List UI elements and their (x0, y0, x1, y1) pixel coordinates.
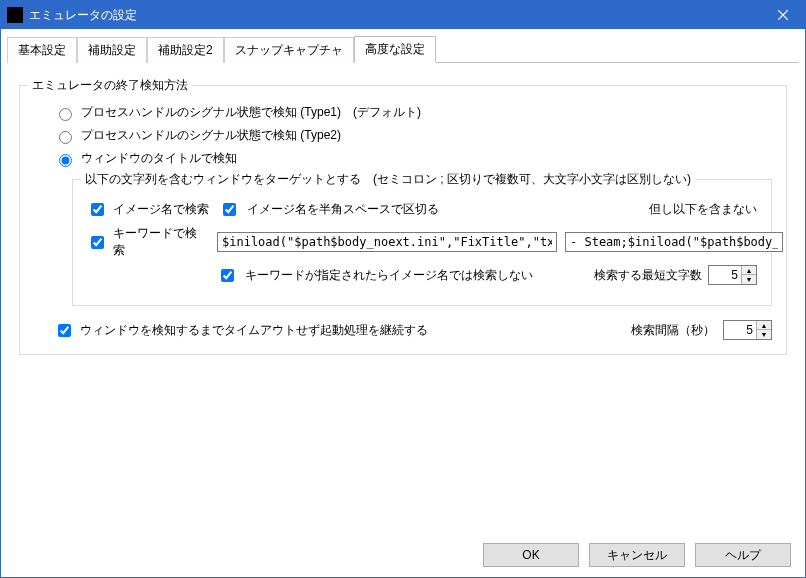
detection-legend: エミュレータの終了検知方法 (28, 77, 192, 94)
tab-advanced[interactable]: 高度な設定 (354, 36, 436, 63)
spinner-down-icon[interactable]: ▼ (742, 275, 756, 284)
interval-input[interactable] (724, 321, 756, 339)
keyword-input[interactable] (217, 232, 557, 252)
tab-strip: 基本設定 補助設定 補助設定2 スナップキャプチャ 高度な設定 (1, 29, 805, 62)
cancel-button[interactable]: キャンセル (589, 543, 685, 567)
checkbox-continue-until-detect[interactable] (58, 324, 71, 337)
app-icon (7, 7, 23, 23)
exclude-label: 但し以下を含まない (649, 201, 757, 218)
interval-spinner[interactable]: ▲ ▼ (723, 320, 772, 340)
tab-content: エミュレータの終了検知方法 プロセスハンドルのシグナル状態で検知 (Type1)… (1, 63, 805, 533)
button-bar: OK キャンセル ヘルプ (1, 533, 805, 577)
min-length-input[interactable] (709, 266, 741, 284)
checkbox-image-name-label[interactable]: イメージ名で検索 (113, 201, 209, 218)
target-string-legend: 以下の文字列を含むウィンドウをターゲットとする (セミコロン ; 区切りで複数可… (81, 171, 695, 188)
spinner-up-icon[interactable]: ▲ (742, 266, 756, 275)
close-button[interactable] (761, 1, 805, 29)
tab-snap[interactable]: スナップキャプチャ (224, 37, 354, 63)
target-string-group: 以下の文字列を含むウィンドウをターゲットとする (セミコロン ; 区切りで複数可… (72, 179, 772, 306)
spinner-down-icon[interactable]: ▼ (757, 330, 771, 339)
help-button[interactable]: ヘルプ (695, 543, 791, 567)
checkbox-image-space-label[interactable]: イメージ名を半角スペースで区切る (247, 201, 439, 218)
min-length-label: 検索する最短文字数 (594, 267, 702, 284)
radio-type2[interactable] (59, 131, 72, 144)
radio-window-title[interactable] (59, 154, 72, 167)
close-icon (778, 10, 788, 20)
radio-window-title-label[interactable]: ウィンドウのタイトルで検知 (81, 150, 237, 167)
checkbox-image-space[interactable] (223, 203, 236, 216)
checkbox-image-name[interactable] (91, 203, 104, 216)
checkbox-keyword[interactable] (91, 236, 104, 249)
tab-aux1[interactable]: 補助設定 (77, 37, 147, 63)
checkbox-keyword-label[interactable]: キーワードで検索 (113, 225, 207, 259)
tab-basic[interactable]: 基本設定 (7, 37, 77, 63)
checkbox-keyword-only[interactable] (221, 269, 234, 282)
titlebar[interactable]: エミュレータの設定 (1, 1, 805, 29)
exclude-input[interactable] (565, 232, 783, 252)
checkbox-keyword-only-label[interactable]: キーワードが指定されたらイメージ名では検索しない (245, 267, 533, 284)
window-title: エミュレータの設定 (29, 7, 761, 24)
tab-aux2[interactable]: 補助設定2 (147, 37, 224, 63)
checkbox-continue-label[interactable]: ウィンドウを検知するまでタイムアウトせず起動処理を継続する (80, 322, 428, 339)
interval-label: 検索間隔（秒） (631, 322, 715, 339)
detection-group: エミュレータの終了検知方法 プロセスハンドルのシグナル状態で検知 (Type1)… (19, 85, 787, 355)
ok-button[interactable]: OK (483, 543, 579, 567)
settings-window: エミュレータの設定 基本設定 補助設定 補助設定2 スナップキャプチャ 高度な設… (0, 0, 806, 578)
spinner-up-icon[interactable]: ▲ (757, 321, 771, 330)
min-length-spinner[interactable]: ▲ ▼ (708, 265, 757, 285)
radio-type1[interactable] (59, 108, 72, 121)
radio-type2-label[interactable]: プロセスハンドルのシグナル状態で検知 (Type2) (81, 127, 341, 144)
radio-type1-label[interactable]: プロセスハンドルのシグナル状態で検知 (Type1) (デフォルト) (81, 104, 421, 121)
